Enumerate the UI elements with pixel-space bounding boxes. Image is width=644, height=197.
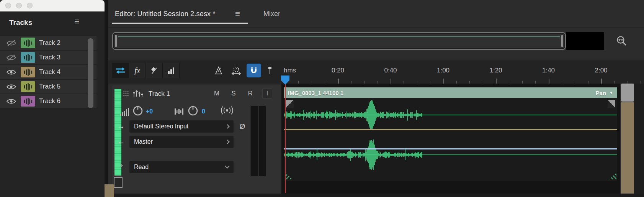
- move-tool-icon: [115, 67, 126, 74]
- automation-mode-select[interactable]: Read: [129, 161, 234, 173]
- pan-knob[interactable]: [187, 105, 199, 117]
- track-drag-grip[interactable]: [123, 91, 129, 97]
- audio-clip[interactable]: IMG_0803_1 44100 1 Pan ▼: [284, 87, 617, 181]
- tracks-scrollbar[interactable]: [88, 38, 93, 108]
- metering-button[interactable]: [163, 63, 180, 78]
- track-color-badge[interactable]: [21, 67, 35, 77]
- clip-stretch-handle-right[interactable]: [609, 172, 616, 179]
- timeline-tick: [325, 81, 325, 84]
- skip-playhead-button[interactable]: [229, 64, 244, 77]
- chevron-down-icon: ▼: [609, 90, 613, 95]
- volume-value[interactable]: +0: [146, 108, 153, 115]
- track-color-badge[interactable]: [21, 52, 35, 63]
- snap-magnet-icon: [249, 66, 258, 75]
- minimize-window-button[interactable]: [16, 3, 22, 8]
- razor-tool-icon: [150, 67, 159, 74]
- track-list-item[interactable]: Track 6: [0, 94, 96, 109]
- waveform-icon: [23, 39, 33, 47]
- track-name-label: Track 2: [39, 39, 60, 47]
- track-list-item[interactable]: Track 5: [0, 80, 96, 94]
- track-color-badge[interactable]: [21, 96, 35, 107]
- pan-value[interactable]: 0: [202, 108, 205, 115]
- volume-knob[interactable]: [132, 105, 144, 117]
- record-arm-button[interactable]: R: [245, 89, 255, 98]
- timeline-tick: [562, 81, 562, 84]
- bottom-left-scroll-corner[interactable]: [105, 184, 114, 197]
- track-visibility-toggle[interactable]: [5, 39, 17, 47]
- vertical-scrollbar-track[interactable]: [621, 102, 634, 194]
- track-visibility-toggle[interactable]: [5, 68, 17, 76]
- clip-stretch-handle-left[interactable]: [285, 172, 293, 179]
- input-monitor-button[interactable]: I: [262, 89, 272, 98]
- timeline-tick-label: 1:20: [489, 67, 502, 74]
- track-list-item[interactable]: Track 4: [0, 65, 96, 80]
- zoom-navigator-button[interactable]: [613, 34, 630, 48]
- clip-name-label: IMG_0803_1 44100 1: [288, 90, 343, 96]
- fx-button[interactable]: fx: [129, 63, 146, 78]
- move-tool-button[interactable]: [112, 63, 129, 78]
- pan-envelope-line[interactable]: [284, 148, 617, 149]
- track-name-label[interactable]: Track 1: [149, 90, 170, 98]
- marker-icon: [266, 66, 273, 75]
- output-select[interactable]: Master: [129, 136, 234, 148]
- timeline-tick: [614, 81, 615, 84]
- timeline-tick: [509, 81, 509, 84]
- track-color-badge[interactable]: [21, 81, 35, 92]
- mute-button[interactable]: M: [212, 89, 222, 98]
- solo-button[interactable]: S: [229, 89, 239, 98]
- track-list: Track 2Track 3Track 4Track 5Track 6: [0, 36, 96, 109]
- track-name-label: Track 6: [39, 97, 60, 105]
- navigator-unused-region: [566, 32, 604, 50]
- track-list-item[interactable]: Track 3: [0, 51, 96, 65]
- track-visibility-toggle[interactable]: [5, 83, 17, 91]
- timeline-tick: [391, 79, 391, 84]
- track-level-meter: [114, 89, 121, 176]
- zoom-navigator-bar[interactable]: [112, 32, 566, 50]
- timeline-units-label[interactable]: hms: [284, 67, 296, 74]
- track-arm-box[interactable]: [114, 177, 123, 188]
- timeline-ruler[interactable]: hms 0:200:401:001:201:402:00: [281, 61, 644, 84]
- monitor-input-icon[interactable]: [219, 106, 235, 115]
- timeline-tick: [575, 81, 575, 84]
- timeline-tick: [628, 81, 628, 84]
- track-visibility-toggle[interactable]: [5, 97, 17, 105]
- tracks-panel-menu-icon[interactable]: ≡: [74, 16, 79, 27]
- track-name-label: Track 5: [39, 83, 60, 90]
- track-color-badge[interactable]: [21, 38, 35, 48]
- pan-bars-icon: [174, 107, 184, 116]
- window-titlebar[interactable]: [0, 0, 105, 11]
- editor-panel-menu-icon[interactable]: ≡: [235, 9, 240, 19]
- volume-envelope-line[interactable]: [284, 129, 617, 130]
- zoom-window-button[interactable]: [27, 3, 33, 8]
- clip-header[interactable]: IMG_0803_1 44100 1 Pan ▼: [284, 87, 617, 98]
- timeline-tick: [364, 81, 364, 84]
- timeline-tick: [469, 81, 470, 84]
- tab-editor[interactable]: Editor: Untitled Session 2.sesx *: [115, 10, 216, 18]
- metronome-toggle-button[interactable]: [211, 64, 226, 77]
- vertical-scrollbar-handle[interactable]: [621, 84, 634, 102]
- timeline-tick: [417, 81, 417, 84]
- timeline-tick: [483, 81, 483, 84]
- chevron-right-icon: [225, 124, 229, 128]
- phase-invert-button[interactable]: Ø: [237, 120, 248, 133]
- eye-icon: [6, 68, 16, 76]
- output-arrow-icon: ←: [117, 137, 125, 146]
- navigator-right-handle[interactable]: [561, 35, 563, 47]
- navigator-left-handle[interactable]: [115, 35, 117, 47]
- panel-divider: [105, 0, 108, 197]
- tab-mixer[interactable]: Mixer: [263, 10, 280, 18]
- waveform-icon: [23, 54, 33, 62]
- clip-envelope-selector[interactable]: Pan ▼: [596, 90, 613, 96]
- snap-toggle-button[interactable]: [247, 64, 261, 77]
- add-marker-button[interactable]: [265, 64, 275, 77]
- close-window-button[interactable]: [5, 3, 11, 8]
- metering-icon: [167, 67, 175, 74]
- track-list-item[interactable]: Track 2: [0, 36, 96, 51]
- razor-tool-button[interactable]: [146, 63, 163, 78]
- skip-playhead-clock-icon: [231, 66, 241, 75]
- fx-icon: fx: [134, 66, 140, 76]
- input-select[interactable]: Default Stereo Input: [129, 120, 234, 133]
- navigator-overview-line: [118, 36, 560, 37]
- track-visibility-toggle[interactable]: [5, 54, 17, 62]
- waveform-channel-right: [284, 139, 617, 171]
